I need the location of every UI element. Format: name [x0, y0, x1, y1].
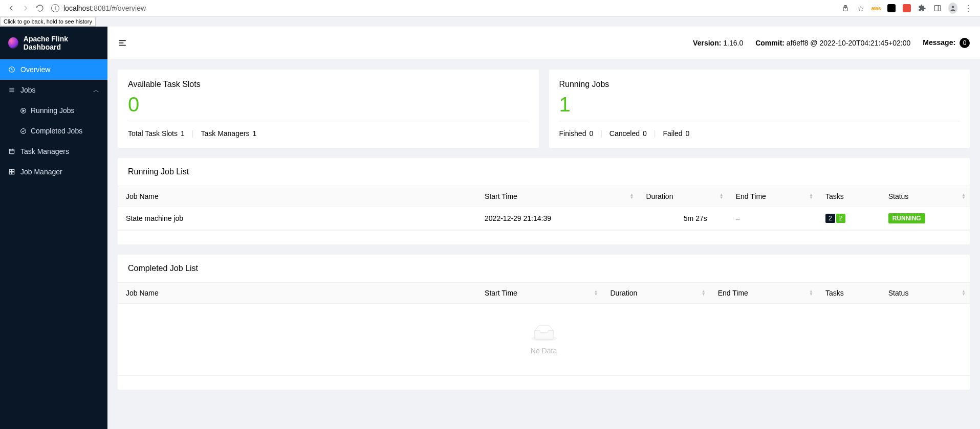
completed-job-list-section: Completed Job List Job Name Start Time▲▼… [118, 255, 970, 390]
table-header-row: Job Name Start Time▲▼ Duration▲▼ End Tim… [118, 283, 970, 304]
sort-icon[interactable]: ▲▼ [962, 290, 966, 296]
svg-point-3 [952, 6, 954, 8]
browser-reload-button[interactable] [33, 1, 47, 15]
browser-url-bar[interactable]: i localhost:8081/#/overview [51, 4, 841, 12]
play-circle-icon [19, 107, 27, 114]
build-icon [8, 168, 15, 175]
site-info-icon[interactable]: i [51, 4, 59, 12]
task-managers-stat: Task Managers 1 [201, 129, 256, 138]
sidebar-item-label: Overview [20, 65, 50, 74]
extension-aws-icon[interactable]: aws [872, 4, 881, 13]
side-panel-icon[interactable] [933, 4, 942, 13]
sidebar-item-running-jobs[interactable]: Running Jobs [0, 100, 107, 121]
task-badge-running: 2 [836, 214, 846, 223]
card-running-jobs: Running Jobs 1 Finished 0 | Canceled 0 |… [549, 70, 970, 148]
extension-icon-2[interactable] [902, 4, 911, 13]
brand-header[interactable]: Apache Flink Dashboard [0, 27, 107, 59]
sort-icon[interactable]: ▲▼ [720, 193, 724, 199]
sidebar-item-label: Completed Jobs [31, 127, 82, 135]
sidebar-item-job-manager[interactable]: Job Manager [0, 162, 107, 182]
svg-rect-18 [12, 172, 14, 174]
col-tasks[interactable]: Tasks [817, 186, 880, 207]
commit-info: Commit: af6eff8 @ 2022-10-20T04:21:45+02… [755, 39, 910, 47]
topbar: Version: 1.16.0 Commit: af6eff8 @ 2022-1… [107, 27, 980, 59]
sidebar-item-label: Job Manager [20, 168, 62, 176]
sidebar-item-label: Running Jobs [31, 106, 75, 115]
svg-rect-17 [9, 172, 11, 174]
cell-start-time: 2022-12-29 21:14:39 [476, 207, 638, 230]
sort-icon[interactable]: ▲▼ [809, 193, 813, 199]
card-title: Available Task Slots [128, 80, 529, 89]
version-info: Version: 1.16.0 [693, 39, 743, 47]
col-start-time[interactable]: Start Time▲▼ [476, 186, 638, 207]
col-duration[interactable]: Duration▲▼ [602, 283, 709, 304]
main-content: Version: 1.16.0 Commit: af6eff8 @ 2022-1… [107, 27, 980, 429]
col-duration[interactable]: Duration▲▼ [638, 186, 728, 207]
browser-toolbar: i localhost:8081/#/overview ☆ aws ⋮ [0, 0, 980, 17]
back-button-tooltip: Click to go back, hold to see history [0, 17, 96, 26]
message-info[interactable]: Message: 0 [923, 38, 970, 48]
section-title: Running Job List [118, 158, 970, 186]
message-count-badge: 0 [960, 38, 970, 48]
cell-duration: 5m 27s [638, 207, 728, 230]
col-tasks[interactable]: Tasks [817, 283, 880, 304]
sidebar-item-completed-jobs[interactable]: Completed Jobs [0, 121, 107, 141]
table-header-row: Job Name Start Time▲▼ Duration▲▼ End Tim… [118, 186, 970, 207]
cell-tasks: 2 2 [817, 207, 880, 230]
sort-icon[interactable]: ▲▼ [594, 290, 598, 296]
status-badge: RUNNING [888, 213, 925, 223]
extension-icon-1[interactable] [887, 4, 896, 13]
sidebar-toggle-icon[interactable] [118, 38, 127, 48]
running-jobs-value: 1 [559, 93, 960, 116]
col-job-name[interactable]: Job Name [118, 283, 476, 304]
svg-rect-1 [934, 6, 941, 11]
empty-box-icon [531, 324, 557, 343]
canceled-stat: Canceled 0 [609, 129, 647, 138]
sidebar: Apache Flink Dashboard Overview Jobs ︿ R… [0, 27, 107, 429]
card-title: Running Jobs [559, 80, 960, 89]
svg-rect-16 [12, 169, 14, 171]
svg-marker-9 [23, 109, 24, 111]
chevron-up-icon: ︿ [93, 86, 99, 95]
total-slots-stat: Total Task Slots 1 [128, 129, 185, 138]
task-badge-total: 2 [825, 214, 835, 223]
sidebar-item-overview[interactable]: Overview [0, 59, 107, 80]
sort-icon[interactable]: ▲▼ [702, 290, 706, 296]
sidebar-item-jobs[interactable]: Jobs ︿ [0, 80, 107, 100]
bars-icon [8, 86, 15, 94]
sidebar-item-label: Jobs [20, 86, 36, 94]
svg-rect-11 [9, 149, 14, 154]
profile-avatar-icon[interactable] [948, 4, 957, 13]
running-job-list-section: Running Job List Job Name Start Time▲▼ D… [118, 158, 970, 244]
col-status[interactable]: Status▲▼ [880, 186, 970, 207]
svg-point-10 [20, 128, 26, 133]
sort-icon[interactable]: ▲▼ [809, 290, 813, 296]
dashboard-icon [8, 66, 15, 73]
browser-forward-button[interactable] [18, 1, 33, 15]
col-end-time[interactable]: End Time▲▼ [728, 186, 817, 207]
col-status[interactable]: Status▲▼ [880, 283, 970, 304]
sidebar-item-task-managers[interactable]: Task Managers [0, 141, 107, 162]
col-job-name[interactable]: Job Name [118, 186, 476, 207]
bookmark-star-icon[interactable]: ☆ [856, 4, 865, 13]
cell-job-name: State machine job [118, 207, 476, 230]
section-title: Completed Job List [118, 255, 970, 282]
browser-menu-icon[interactable]: ⋮ [964, 4, 973, 13]
col-end-time[interactable]: End Time▲▼ [710, 283, 817, 304]
cell-status: RUNNING [880, 207, 970, 230]
sort-icon[interactable]: ▲▼ [962, 193, 966, 199]
schedule-icon [8, 148, 15, 155]
table-row[interactable]: State machine job 2022-12-29 21:14:39 5m… [118, 207, 970, 230]
url-text: localhost:8081/#/overview [63, 4, 146, 12]
extensions-puzzle-icon[interactable] [918, 4, 927, 13]
share-icon[interactable] [841, 4, 850, 13]
col-start-time[interactable]: Start Time▲▼ [476, 283, 602, 304]
sort-icon[interactable]: ▲▼ [630, 193, 634, 199]
flink-logo-icon [8, 37, 18, 49]
browser-right-icons: ☆ aws ⋮ [841, 4, 976, 13]
empty-text: No Data [118, 347, 970, 355]
cell-end-time: – [728, 207, 817, 230]
running-jobs-table: Job Name Start Time▲▼ Duration▲▼ End Tim… [118, 186, 970, 230]
card-available-task-slots: Available Task Slots 0 Total Task Slots … [118, 70, 539, 148]
browser-back-button[interactable] [4, 1, 18, 15]
